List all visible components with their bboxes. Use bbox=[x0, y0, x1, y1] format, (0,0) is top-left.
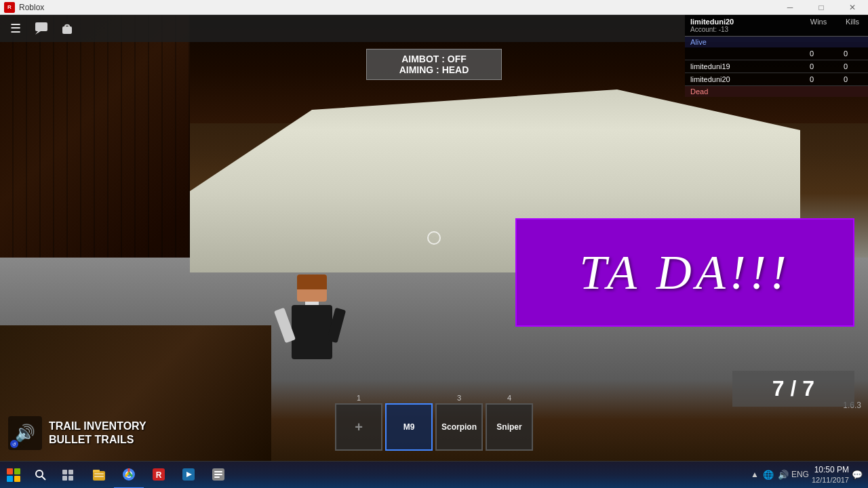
close-button[interactable]: ✕ bbox=[837, 0, 868, 15]
titlebar-title: Roblox bbox=[19, 3, 44, 12]
system-clock[interactable]: 10:50 PM 12/11/2017 bbox=[812, 465, 849, 485]
clock-time: 10:50 PM bbox=[812, 465, 849, 476]
svg-rect-13 bbox=[94, 473, 104, 474]
taskbar-apps: R bbox=[84, 462, 233, 489]
svg-rect-25 bbox=[214, 476, 220, 478]
taskbar-app-media[interactable] bbox=[174, 462, 203, 489]
language-indicator: ENG bbox=[791, 470, 809, 479]
start-button[interactable] bbox=[0, 462, 27, 489]
taskview-button[interactable] bbox=[54, 462, 81, 489]
minimize-button[interactable]: ─ bbox=[774, 0, 806, 15]
volume-icon[interactable]: 🔊 bbox=[778, 470, 789, 480]
svg-rect-10 bbox=[68, 476, 73, 481]
svg-rect-24 bbox=[214, 474, 222, 475]
svg-rect-14 bbox=[94, 476, 104, 477]
windows-icon bbox=[7, 468, 20, 482]
win-icon-blue bbox=[7, 476, 13, 482]
svg-rect-12 bbox=[93, 470, 100, 472]
win-icon-yellow bbox=[14, 476, 20, 482]
svg-rect-9 bbox=[62, 476, 67, 481]
taskbar-app-red[interactable]: R bbox=[144, 462, 174, 489]
titlebar-controls: ─ □ ✕ bbox=[774, 0, 868, 15]
maximize-button[interactable]: □ bbox=[806, 0, 837, 15]
svg-line-6 bbox=[42, 476, 45, 480]
win-icon-red bbox=[7, 468, 13, 474]
char-head bbox=[297, 274, 327, 302]
char-hair bbox=[297, 274, 327, 289]
svg-text:R: R bbox=[156, 470, 162, 480]
game-viewport bbox=[0, 15, 868, 461]
clock-date: 12/11/2017 bbox=[812, 475, 849, 485]
roblox-icon: R bbox=[4, 2, 15, 13]
taskbar-search-button[interactable] bbox=[27, 462, 54, 489]
char-body bbox=[292, 305, 332, 359]
taskbar-right: ▲ 🌐 🔊 ENG 10:50 PM 12/11/2017 💬 bbox=[751, 465, 868, 485]
titlebar-left: R Roblox bbox=[0, 2, 44, 13]
svg-rect-7 bbox=[62, 470, 67, 474]
network-icon: 🌐 bbox=[763, 470, 774, 480]
svg-rect-23 bbox=[214, 471, 222, 472]
stairs bbox=[0, 325, 271, 461]
tray-arrow[interactable]: ▲ bbox=[751, 470, 759, 479]
taskbar-app-other[interactable] bbox=[203, 462, 233, 489]
taskbar-app-explorer[interactable] bbox=[84, 462, 114, 489]
titlebar: R Roblox ─ □ ✕ bbox=[0, 0, 868, 15]
player-character bbox=[292, 305, 332, 359]
system-tray: ▲ 🌐 🔊 bbox=[751, 470, 789, 480]
taskbar: R ▲ 🌐 🔊 ENG bbox=[0, 461, 868, 488]
taskbar-app-chrome[interactable] bbox=[114, 462, 144, 489]
svg-rect-8 bbox=[68, 470, 73, 474]
svg-point-5 bbox=[36, 470, 43, 477]
notification-icon[interactable]: 💬 bbox=[852, 470, 863, 480]
win-icon-green bbox=[14, 468, 20, 474]
